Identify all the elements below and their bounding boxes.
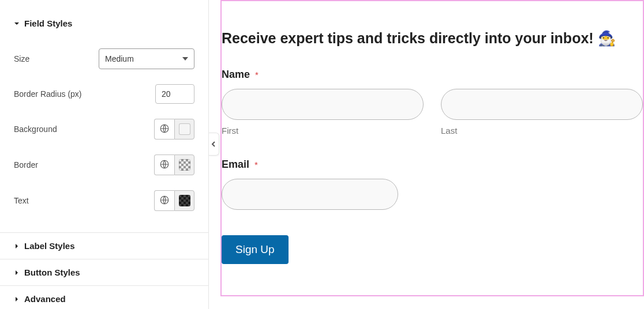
first-name-input[interactable] — [222, 89, 424, 120]
color-swatch-icon — [179, 159, 190, 171]
border-global-button[interactable] — [154, 154, 174, 175]
globe-icon — [159, 123, 170, 135]
form-heading-text: Receive expert tips and tricks directly … — [222, 30, 616, 47]
color-swatch-icon — [179, 123, 190, 135]
panel-advanced-header[interactable]: Advanced — [0, 285, 208, 309]
size-select[interactable]: Medium — [99, 48, 194, 69]
border-color-control — [154, 154, 194, 175]
panel-advanced-title: Advanced — [24, 294, 66, 304]
submit-button[interactable]: Sign Up — [222, 235, 289, 264]
email-label-text: Email — [222, 159, 249, 170]
text-color-label: Text — [14, 196, 29, 205]
caret-right-icon — [14, 296, 20, 302]
background-color-control — [154, 119, 194, 140]
name-label-text: Name — [222, 69, 250, 80]
name-field-label: Name * — [222, 69, 643, 81]
first-name-sublabel: First — [222, 126, 424, 135]
color-swatch-icon — [179, 195, 190, 206]
form-heading: Receive expert tips and tricks directly … — [222, 30, 643, 47]
background-label: Background — [14, 125, 57, 134]
text-global-button[interactable] — [154, 190, 174, 211]
border-radius-input[interactable] — [155, 84, 194, 104]
background-swatch-button[interactable] — [174, 119, 194, 140]
border-swatch-button[interactable] — [174, 154, 194, 175]
globe-icon — [159, 159, 170, 171]
background-global-button[interactable] — [154, 119, 174, 140]
panel-button-styles-header[interactable]: Button Styles — [0, 259, 208, 285]
panel-field-styles-body: Size Medium Border Radius (px) Backgroun… — [0, 36, 208, 232]
text-swatch-button[interactable] — [174, 190, 194, 211]
form-block-selected[interactable]: Receive expert tips and tricks directly … — [220, 0, 644, 296]
sidebar-collapse-handle[interactable] — [209, 133, 219, 156]
panel-field-styles-title: Field Styles — [24, 18, 72, 28]
required-asterisk: * — [255, 70, 259, 80]
panel-button-styles-title: Button Styles — [24, 267, 80, 277]
border-label: Border — [14, 160, 38, 169]
last-name-sublabel: Last — [441, 126, 643, 135]
panel-label-styles-header[interactable]: Label Styles — [0, 232, 208, 259]
preview-canvas: Receive expert tips and tricks directly … — [209, 0, 644, 309]
size-select-value: Medium — [105, 54, 134, 63]
last-name-input[interactable] — [441, 89, 643, 120]
size-label: Size — [14, 54, 29, 63]
panel-field-styles-header[interactable]: Field Styles — [0, 10, 208, 36]
email-field-label: Email * — [222, 159, 643, 171]
caret-right-icon — [14, 270, 20, 276]
chevron-down-icon — [182, 57, 188, 61]
border-radius-label: Border Radius (px) — [14, 89, 82, 99]
panel-label-styles-title: Label Styles — [24, 241, 75, 251]
caret-down-icon — [14, 21, 20, 27]
text-color-control — [154, 190, 194, 211]
email-input[interactable] — [222, 179, 398, 210]
required-asterisk: * — [254, 160, 258, 169]
settings-sidebar: Field Styles Size Medium Border Radius (… — [0, 0, 209, 309]
globe-icon — [159, 195, 170, 207]
caret-right-icon — [14, 243, 20, 249]
